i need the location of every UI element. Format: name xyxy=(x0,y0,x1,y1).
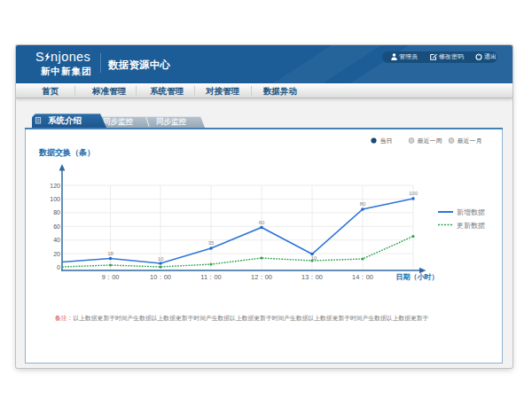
svg-text:14：00: 14：00 xyxy=(352,273,373,281)
svg-text:100: 100 xyxy=(409,191,419,196)
svg-text:新增数据: 新增数据 xyxy=(457,208,485,216)
svg-text:18: 18 xyxy=(107,251,113,256)
svg-text:120: 120 xyxy=(50,183,60,189)
svg-text:35: 35 xyxy=(208,240,215,246)
svg-text:10: 10 xyxy=(158,256,164,262)
svg-text:最近一月: 最近一月 xyxy=(458,137,482,145)
svg-text:数据交换（条）: 数据交换（条） xyxy=(38,148,95,157)
svg-text:9：00: 9：00 xyxy=(102,273,120,281)
svg-text:60: 60 xyxy=(259,220,265,225)
svg-text:最近一周: 最近一周 xyxy=(418,137,442,144)
svg-text:12：00: 12：00 xyxy=(251,273,272,281)
svg-text:备注：以上数据更新于时间产生数据以上数据更新于时间产生数据以: 备注：以上数据更新于时间产生数据以上数据更新于时间产生数据以上数据更新于时间产生… xyxy=(55,315,429,322)
svg-text:80: 80 xyxy=(360,201,366,207)
svg-text:10: 10 xyxy=(311,255,317,261)
svg-text:100: 100 xyxy=(50,196,60,202)
svg-text:当日: 当日 xyxy=(380,137,393,145)
svg-text:40: 40 xyxy=(53,237,60,243)
svg-text:10：00: 10：00 xyxy=(150,273,171,281)
svg-text:11：00: 11：00 xyxy=(200,273,221,281)
svg-text:20: 20 xyxy=(53,251,60,257)
svg-text:日期（小时）: 日期（小时） xyxy=(396,273,439,281)
svg-text:60: 60 xyxy=(53,223,60,230)
svg-text:80: 80 xyxy=(53,209,60,215)
svg-text:13：00: 13：00 xyxy=(301,273,323,281)
svg-text:0: 0 xyxy=(57,264,60,270)
svg-text:更新数据: 更新数据 xyxy=(457,222,485,230)
